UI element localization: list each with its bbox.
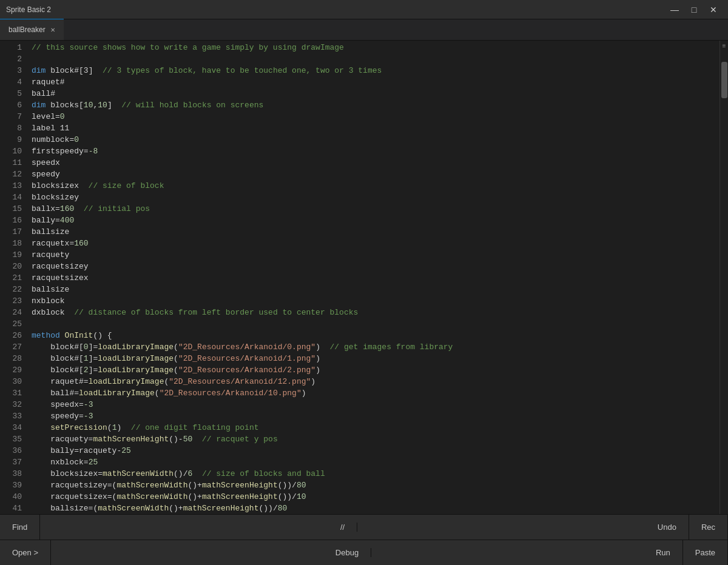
code-line: racquetsizex [32,272,720,284]
code-segment: "2D_Resources/Arkanoid/10.png" [160,387,302,399]
code-segment: 2 [84,364,89,376]
code-segment: racquetx [32,238,69,249]
line-number: 22 [5,284,22,295]
code-segment: () { [93,330,112,341]
line-number: 39 [5,480,22,491]
close-button[interactable]: ✕ [705,4,722,16]
undo-button[interactable]: Undo [645,515,689,540]
code-segment: ( [164,376,169,387]
line-number: 32 [5,399,22,410]
line-number: 6 [5,99,22,111]
run-button[interactable]: Run [644,540,683,565]
line-number: 19 [5,249,22,261]
code-segment: -3 [84,399,93,410]
code-segment: 50 [183,433,193,445]
code-segment: 160 [60,203,74,215]
line-number: 30 [5,376,22,387]
code-segment: 80 [297,480,306,491]
code-line: racquetsizex=(mathScreenWidth()+mathScre… [32,491,720,503]
editor-tab[interactable]: ballBreaker ✕ [0,19,64,40]
code-line: block#[2]=loadLibraryImage("2D_Resources… [32,364,720,376]
find-button[interactable]: Find [0,515,40,540]
scrollbar-icon[interactable]: ≡ [722,43,726,50]
code-line: dim blocks[10,10] // will hold blocks on… [32,99,720,111]
code-segment: 10 [84,99,93,111]
code-segment: racquetsizex=( [32,491,116,503]
scrollbar[interactable]: ≡ [720,41,728,514]
code-line: racquetsizey=(mathScreenWidth()+mathScre… [32,480,720,491]
app-title: Sprite Basic 2 [6,5,51,14]
code-segment: speedy [32,169,60,180]
code-segment: ballsize=( [32,503,98,514]
minimize-button[interactable]: — [666,4,683,16]
code-line: racquetx=160 [32,238,720,249]
code-segment: 10 [98,99,107,111]
code-segment: ())/ [258,503,277,514]
maximize-button[interactable]: □ [686,4,703,16]
line-number: 13 [5,180,22,192]
code-line: speedx=-3 [32,399,720,410]
code-line: speedy [32,169,720,180]
code-segment: blocksizey [32,192,79,203]
code-segment: setPrecision [32,422,107,433]
debug-button[interactable]: Debug [323,548,371,557]
paste-button[interactable]: Paste [683,540,728,565]
line-number: 33 [5,410,22,422]
code-segment: ( [155,387,160,399]
code-segment: = [69,238,74,249]
code-segment: 1 [84,353,89,364]
code-line: ballsize [32,284,720,295]
code-segment: ]= [89,341,98,353]
line-number: 5 [5,88,22,99]
bottom-toolbar-2: Open > Debug Run Paste [0,540,728,565]
open-button[interactable]: Open > [0,540,51,565]
code-segment: blocksizex= [32,468,103,480]
code-line: block#[0]=loadLibraryImage("2D_Resources… [32,341,720,353]
code-segment: bally=racquety- [32,445,121,456]
line-number: 3 [5,65,22,76]
line-number: 40 [5,491,22,503]
code-segment: -3 [84,410,93,422]
line-number: 31 [5,387,22,399]
code-segment: // one digit floating point [121,422,258,433]
code-segment: level [32,111,55,122]
line-number: 21 [5,272,22,284]
code-segment: firstspeedy [32,145,84,157]
code-segment: // distance of blocks [65,307,178,318]
code-segment: ballx [32,203,55,215]
editor-container: 1234567891011121314151617181920212223242… [0,41,728,514]
code-segment: ) [315,353,320,364]
code-line: level=0 [32,111,720,122]
code-line: racquetsizey [32,261,720,272]
code-segment: 1 [112,422,117,433]
line-number: 36 [5,445,22,456]
line-number: 24 [5,307,22,318]
line-numbers: 1234567891011121314151617181920212223242… [0,41,29,514]
code-segment: = [55,111,60,122]
code-segment: mathScreenHeight [202,480,278,491]
code-segment: ]= [89,364,98,376]
line-number: 4 [5,76,22,88]
scrollbar-thumb[interactable] [721,62,727,98]
line-number: 11 [5,157,22,169]
code-segment: from [178,307,197,318]
code-segment: ())/ [278,480,297,491]
code-segment: "2D_Resources/Arkanoid/2.png" [178,364,315,376]
code-line: racquety [32,249,720,261]
code-segment: racquetsizey [32,261,89,272]
code-area[interactable]: // this source shows how to write a game… [29,41,720,514]
rec-button[interactable]: Rec [689,515,728,540]
code-segment: 6 [187,468,192,480]
code-segment: ] [107,99,112,111]
code-segment: // racquet y pos [192,433,277,445]
code-segment: 25 [121,445,131,456]
code-segment: // 3 types of block, have to be touched … [93,65,382,76]
code-segment: raquet# [32,76,65,88]
line-number: 14 [5,192,22,203]
tab-close-icon[interactable]: ✕ [50,27,55,33]
comment-button[interactable]: // [328,523,357,532]
code-segment: = [55,203,60,215]
code-line [32,318,720,330]
code-segment: ) [302,387,306,399]
code-segment: ()+ [169,503,183,514]
